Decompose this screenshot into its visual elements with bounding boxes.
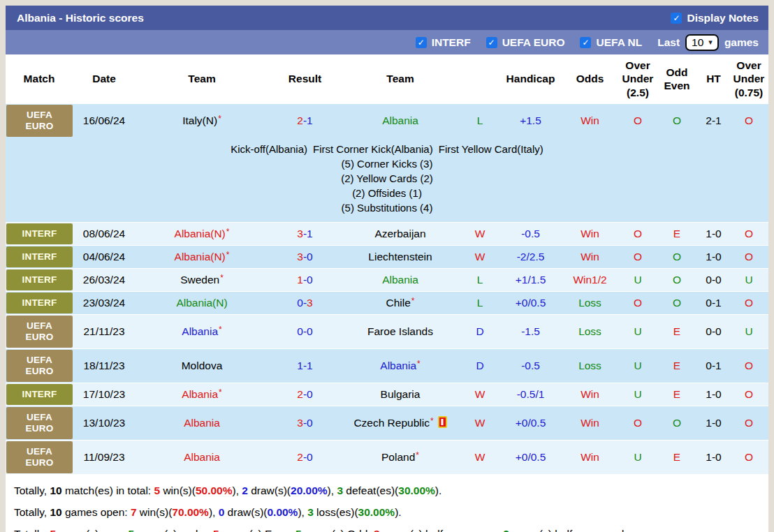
score: 0-0 xyxy=(268,324,342,340)
summary-line: Totally, 5 game(s) over, 5 game(s) under… xyxy=(14,523,768,532)
over-under-2-5: U xyxy=(620,324,656,340)
over-under-2-5: U xyxy=(620,387,656,403)
over-under-2-5: U xyxy=(620,358,656,374)
home-team: Albania(N)* xyxy=(136,226,268,242)
handicap-value: +0/0.5 xyxy=(501,450,560,466)
score: 1-0 xyxy=(268,272,342,288)
competition-badge: INTERF xyxy=(6,293,73,313)
page-title: Albania - Historic scores xyxy=(17,12,144,24)
away-team: Czech Republic* xyxy=(342,415,459,431)
table-row: INTERF17/10/23Albania*2-0BulgariaW-0.5/1… xyxy=(6,383,768,406)
notes-first-events: Kick-off(Albania)First Corner Kick(Alban… xyxy=(6,142,768,156)
wdl-result: L xyxy=(459,272,501,288)
odd-even: O xyxy=(656,113,698,129)
competition-badge: UEFA EURO xyxy=(6,105,73,137)
odd-even: O xyxy=(656,415,698,431)
table-row: UEFA EURO21/11/23Albania*0-0Faroe Island… xyxy=(6,314,768,348)
home-team: Albania* xyxy=(136,386,268,403)
match-date: 11/09/23 xyxy=(73,450,136,466)
match-date: 08/06/24 xyxy=(73,226,136,242)
filter-interf[interactable]: INTERF xyxy=(416,36,471,49)
score: 3-0 xyxy=(268,249,342,265)
over-under-2-5: O xyxy=(620,415,656,431)
handicap-value: +1/1.5 xyxy=(501,272,560,288)
score: 0-3 xyxy=(268,295,342,311)
wdl-result: W xyxy=(459,249,501,265)
competition-badge: INTERF xyxy=(6,223,73,244)
score: 3-1 xyxy=(268,226,342,242)
odds-result: Win xyxy=(560,113,620,129)
checkbox-checked-icon[interactable] xyxy=(416,37,427,48)
away-team: Albania* xyxy=(342,357,459,374)
odd-even: O xyxy=(656,295,698,311)
col-header-odds: Odds xyxy=(560,69,620,88)
checkbox-checked-icon[interactable] xyxy=(671,13,682,24)
notes-stat-line: (5) Corner Kicks (3) xyxy=(6,156,768,171)
over-under-0-75: O xyxy=(729,358,768,374)
display-notes-toggle[interactable]: Display Notes xyxy=(671,12,759,24)
away-team: Azerbaijan xyxy=(342,226,459,242)
table-row: INTERF04/06/24Albania(N)*3-0Liechtenstei… xyxy=(6,245,768,268)
match-date: 23/03/24 xyxy=(73,295,136,311)
checkbox-checked-icon[interactable] xyxy=(580,37,591,48)
notes-stat-line: (5) Substitutions (4) xyxy=(6,200,768,215)
score: 1-1 xyxy=(268,358,342,374)
games-label: games xyxy=(724,36,759,49)
score: 2-0 xyxy=(268,450,342,466)
filter-uefa-nl[interactable]: UEFA NL xyxy=(580,36,642,49)
filter-bar: INTERFUEFA EUROUEFA NL Last 10 ▾ games xyxy=(6,30,768,54)
last-games-select[interactable]: 10 ▾ xyxy=(685,34,719,51)
display-notes-label: Display Notes xyxy=(687,12,759,24)
home-team: Moldova xyxy=(136,358,268,374)
last-games-group: Last 10 ▾ games xyxy=(657,34,759,51)
col-header-oddeven: Odd Even xyxy=(656,63,698,96)
odds-result: Loss xyxy=(560,295,620,311)
over-under-0-75: O xyxy=(729,226,768,242)
ht-score: 1-0 xyxy=(698,450,729,466)
wdl-result: D xyxy=(459,358,501,374)
checkbox-checked-icon[interactable] xyxy=(486,37,497,48)
handicap-value: -0.5 xyxy=(501,226,560,242)
over-under-2-5: U xyxy=(620,272,656,288)
odds-result: Win xyxy=(560,226,620,242)
match-cell: UEFA EURO xyxy=(6,104,73,138)
handicap-value: +0/0.5 xyxy=(501,415,560,431)
summary-line: Totally, 10 games open: 7 win(s)(70.00%)… xyxy=(14,501,768,523)
competition-badge: INTERF xyxy=(6,384,73,405)
wdl-result: W xyxy=(459,450,501,466)
away-team: Bulgaria xyxy=(342,387,459,403)
competition-badge: UEFA EURO xyxy=(6,350,73,382)
notes-stat-line: (2) Offsides (1) xyxy=(6,186,768,200)
filter-uefa-euro[interactable]: UEFA EURO xyxy=(486,36,565,49)
home-team: Albania(N)* xyxy=(136,249,268,265)
competition-badge: INTERF xyxy=(6,246,73,267)
ht-score: 0-0 xyxy=(698,324,729,340)
odds-result: Win xyxy=(560,249,620,265)
odd-even: E xyxy=(656,226,698,242)
table-header-row: Match Date Team Result Team Handicap Odd… xyxy=(6,54,768,103)
ht-score: 1-0 xyxy=(698,226,729,242)
wdl-result: W xyxy=(459,226,501,242)
odd-even: O xyxy=(656,272,698,288)
table-row: INTERF26/03/24Sweden*1-0AlbaniaL+1/1.5Wi… xyxy=(6,268,768,291)
table-body: UEFA EURO16/06/24Italy(N)*2-1AlbaniaL+1.… xyxy=(6,103,768,474)
home-team: Sweden* xyxy=(136,272,268,288)
col-header-team1: Team xyxy=(136,69,268,88)
wdl-result: L xyxy=(459,295,501,311)
ht-score: 0-0 xyxy=(698,272,729,288)
chevron-down-icon: ▾ xyxy=(708,38,713,46)
odds-result: Loss xyxy=(560,358,620,374)
home-team: Albania(N) xyxy=(136,295,268,311)
last-games-value: 10 xyxy=(692,36,703,49)
table-row: INTERF23/03/24Albania(N)0-3Chile*L+0/0.5… xyxy=(6,291,768,314)
match-cell: INTERF xyxy=(6,292,73,314)
home-team: Albania* xyxy=(136,323,268,340)
notes-stat-line: (2) Yellow Cards (2) xyxy=(6,171,768,186)
away-team: Chile* xyxy=(342,295,459,311)
handicap-value: +1.5 xyxy=(501,113,560,129)
odds-result: Win1/2 xyxy=(560,272,620,288)
ht-score: 1-0 xyxy=(698,387,729,403)
summary-section: Totally, 10 match(es) in total: 5 win(s)… xyxy=(6,474,768,532)
match-date: 04/06/24 xyxy=(73,249,136,265)
odds-result: Loss xyxy=(560,324,620,340)
